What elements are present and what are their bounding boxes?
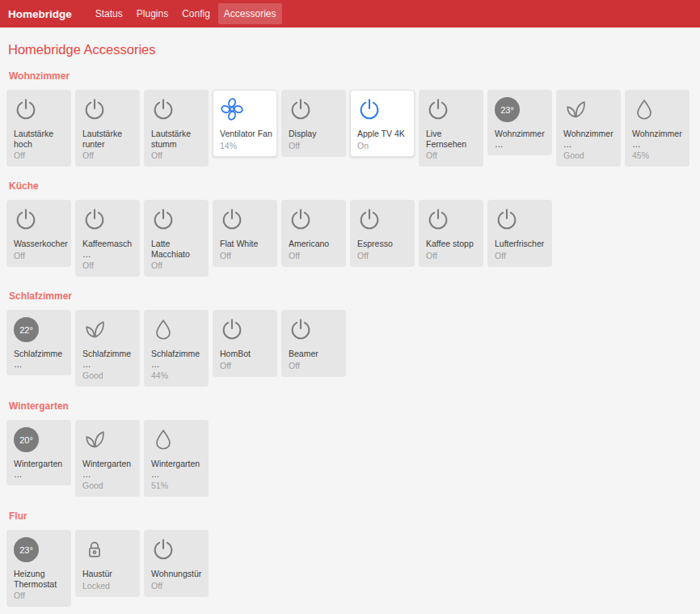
tile-status: Off bbox=[14, 591, 70, 600]
tile-status: Off bbox=[495, 251, 550, 260]
tile-label: Live Fernsehen bbox=[426, 129, 482, 149]
accessory-tile[interactable]: Apple TV 4KOn bbox=[350, 90, 415, 157]
accessory-tile[interactable]: Latte MacchiatoOff bbox=[144, 200, 209, 277]
nav-item-config[interactable]: Config bbox=[176, 3, 216, 24]
nav-item-accessories[interactable]: Accessories bbox=[218, 3, 282, 24]
tile-label: Wohnzimmer… bbox=[632, 129, 688, 149]
tile-status: 51% bbox=[151, 481, 207, 490]
accessory-tile[interactable]: Lautstärke stummOff bbox=[144, 90, 209, 167]
tile-label: Haustür bbox=[82, 569, 138, 579]
tile-status: Good bbox=[82, 481, 138, 490]
power-icon bbox=[220, 207, 244, 231]
tile-icon-area bbox=[151, 317, 207, 342]
section-title: Küche bbox=[9, 180, 694, 192]
accessory-tile[interactable]: 22°Schlafzimme… bbox=[6, 310, 71, 375]
accessory-tile[interactable]: HaustürLocked bbox=[75, 530, 140, 597]
homebridge-brand[interactable]: Homebridge bbox=[8, 8, 72, 20]
accessory-tile[interactable]: Wintergarten…51% bbox=[144, 420, 209, 497]
tile-status: Good bbox=[82, 371, 138, 380]
tile-status: 44% bbox=[151, 371, 207, 380]
accessory-tile[interactable]: 20°Wintergarten… bbox=[6, 420, 71, 485]
tile-label: Heizung Thermostat bbox=[14, 569, 70, 589]
accessory-tile[interactable]: Flat WhiteOff bbox=[213, 200, 277, 267]
section-flur: Flur23°Heizung ThermostatOff HaustürLock… bbox=[6, 510, 694, 607]
tile-label: Schlafzimme… bbox=[82, 349, 138, 369]
power-icon bbox=[289, 317, 313, 341]
tile-status: Off bbox=[289, 361, 344, 371]
accessory-tile[interactable]: WohnungstürOff bbox=[144, 530, 209, 597]
tiles-row: Lautstärke hochOff Lautstärke runterOff … bbox=[6, 90, 694, 167]
tile-icon-area: 23° bbox=[495, 97, 550, 122]
power-icon bbox=[151, 537, 175, 561]
tile-label: Americano bbox=[289, 239, 344, 249]
tile-status: Off bbox=[151, 260, 207, 270]
accessory-tile[interactable]: Ventilator Fan14% bbox=[213, 90, 277, 157]
section-title: Wohnzimmer bbox=[9, 70, 694, 82]
accessory-tile[interactable]: WasserkocherOff bbox=[6, 200, 71, 267]
power-icon bbox=[289, 97, 313, 121]
accessory-tile[interactable]: 23°Wohnzimmer… bbox=[487, 90, 552, 155]
tile-icon-area bbox=[357, 97, 413, 122]
power-icon bbox=[426, 97, 450, 121]
accessory-tile[interactable]: Schlafzimme…44% bbox=[144, 310, 209, 387]
navbar-menu: StatusPluginsConfigAccessories bbox=[90, 3, 285, 24]
accessory-tile[interactable]: Schlafzimme…Good bbox=[75, 310, 140, 387]
tile-icon-area bbox=[151, 427, 207, 452]
air-quality-leaf-icon bbox=[82, 427, 107, 451]
temperature-badge: 23° bbox=[14, 537, 39, 562]
tile-icon-area bbox=[632, 97, 688, 122]
accessory-tile[interactable]: BeamerOff bbox=[281, 310, 346, 377]
power-icon bbox=[14, 97, 38, 121]
nav-item-plugins[interactable]: Plugins bbox=[131, 3, 174, 24]
tile-status: Off bbox=[426, 251, 482, 260]
tile-icon-area bbox=[151, 207, 207, 232]
accessory-tile[interactable]: AmericanoOff bbox=[281, 200, 346, 267]
humidity-drop-icon bbox=[151, 427, 175, 451]
tile-label: Kaffee stopp bbox=[426, 239, 482, 249]
tile-icon-area bbox=[289, 207, 344, 232]
tiles-row: 23°Heizung ThermostatOff HaustürLocked W… bbox=[6, 530, 694, 607]
power-icon bbox=[426, 207, 450, 231]
accessory-tile[interactable]: LufterfrischerOff bbox=[487, 200, 552, 267]
tile-label: Ventilator Fan bbox=[220, 129, 276, 139]
accessory-tile[interactable]: Live FernsehenOff bbox=[419, 90, 483, 167]
accessory-tile[interactable]: HomBotOff bbox=[213, 310, 277, 377]
humidity-drop-icon bbox=[151, 317, 175, 341]
power-icon bbox=[151, 97, 175, 121]
sections-container: Wohnzimmer Lautstärke hochOff Lautstärke… bbox=[6, 70, 694, 614]
tile-label: Wintergarten… bbox=[14, 459, 70, 479]
power-icon bbox=[357, 207, 382, 231]
tile-label: Wintergarten… bbox=[82, 459, 138, 479]
accessory-tile[interactable]: EspressoOff bbox=[350, 200, 415, 267]
tile-status: Locked bbox=[82, 581, 138, 591]
power-icon bbox=[82, 207, 107, 231]
air-quality-leaf-icon bbox=[563, 97, 588, 121]
tile-status: Off bbox=[151, 150, 207, 160]
accessory-tile[interactable]: Wohnzimmer…Good bbox=[556, 90, 621, 167]
accessory-tile[interactable]: Wintergarten…Good bbox=[75, 420, 140, 497]
accessory-tile[interactable]: Wohnzimmer…45% bbox=[625, 90, 689, 167]
tile-label: HomBot bbox=[220, 349, 276, 359]
tile-icon-area bbox=[82, 427, 138, 452]
accessory-tile[interactable]: Lautstärke runterOff bbox=[75, 90, 140, 167]
tile-icon-area bbox=[426, 207, 482, 232]
tile-status: Off bbox=[220, 251, 276, 260]
tile-status: Off bbox=[426, 150, 482, 160]
tile-icon-area bbox=[357, 207, 413, 232]
tile-status: Off bbox=[220, 361, 276, 371]
tile-icon-area bbox=[563, 97, 619, 122]
humidity-drop-icon bbox=[632, 97, 656, 121]
tile-label: Kaffeemasch… bbox=[82, 239, 138, 259]
tile-icon-area bbox=[82, 207, 138, 232]
accessory-tile[interactable]: Kaffee stoppOff bbox=[419, 200, 483, 267]
accessory-tile[interactable]: DisplayOff bbox=[281, 90, 346, 157]
accessory-tile[interactable]: Kaffeemasch…Off bbox=[75, 200, 140, 277]
top-navbar: Homebridge StatusPluginsConfigAccessorie… bbox=[0, 0, 700, 28]
section-wintergarten: Wintergarten20°Wintergarten… Wintergarte… bbox=[6, 400, 694, 497]
tile-icon-area bbox=[82, 317, 138, 342]
accessory-tile[interactable]: 23°Heizung ThermostatOff bbox=[6, 530, 71, 607]
lock-icon bbox=[82, 537, 107, 561]
nav-item-status[interactable]: Status bbox=[90, 3, 129, 24]
tile-status: Good bbox=[563, 150, 619, 160]
accessory-tile[interactable]: Lautstärke hochOff bbox=[6, 90, 71, 167]
